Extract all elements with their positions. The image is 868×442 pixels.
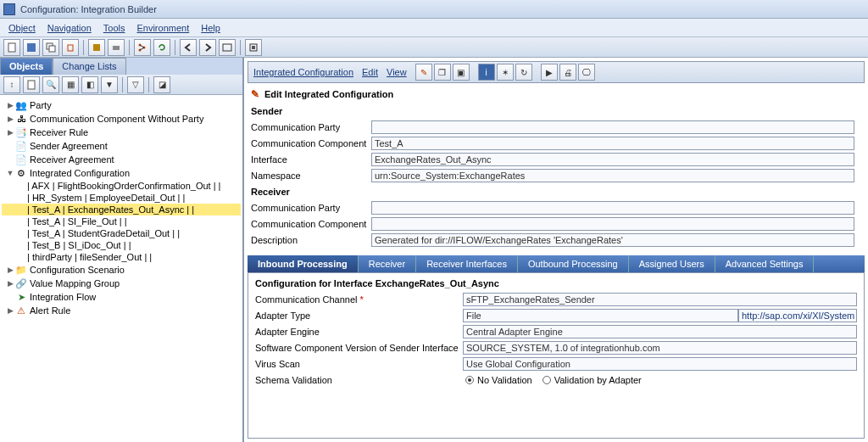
svg-rect-10 <box>223 44 231 51</box>
tree-receiver-rule[interactable]: ▶📑Receiver Rule <box>2 126 241 139</box>
channel-label: Communication Channel <box>255 294 357 305</box>
print2-button[interactable]: 🖨 <box>559 64 576 81</box>
rmenu-integrated-config[interactable]: Integrated Configuration <box>253 67 353 77</box>
title-bar: Configuration: Integration Builder <box>0 0 868 19</box>
tab-change-lists[interactable]: Change Lists <box>53 58 125 75</box>
tree-item[interactable]: | Test_A | StudentGradeDetail_Out | | <box>2 227 241 239</box>
tree-item[interactable]: | Test_A | SI_File_Out | | <box>2 215 241 227</box>
menu-environment[interactable]: Environment <box>136 23 189 33</box>
menu-help[interactable]: Help <box>201 23 220 33</box>
namespace-field[interactable]: urn:Source_System:ExchangeRates <box>371 169 854 182</box>
tree-alert-rule[interactable]: ▶⚠Alert Rule <box>2 304 241 317</box>
object-tree[interactable]: ▶👥Party ▶🖧Communication Component Withou… <box>0 95 242 442</box>
window-button[interactable] <box>219 39 236 56</box>
tree-item[interactable]: | thirdParty | fileSender_Out | | <box>2 251 241 263</box>
svg-rect-1 <box>27 43 36 52</box>
desc-field[interactable]: Generated for dir://IFLOW/ExchangeRates … <box>371 233 854 247</box>
tab-outbound[interactable]: Outbound Processing <box>518 255 629 272</box>
comm-comp-field[interactable]: Test_A <box>371 137 854 150</box>
tree-integration-flow[interactable]: ➤Integration Flow <box>2 290 241 304</box>
tab-inbound[interactable]: Inbound Processing <box>248 255 359 272</box>
back-button[interactable] <box>180 39 197 56</box>
tab-advanced[interactable]: Advanced Settings <box>715 255 815 272</box>
tree-item[interactable]: | HR_System | EmployeeDetail_Out | | <box>2 192 241 204</box>
save-button[interactable] <box>23 39 40 56</box>
comm-party-field[interactable] <box>371 120 854 134</box>
forward-button[interactable] <box>199 39 216 56</box>
tab-receiver-if[interactable]: Receiver Interfaces <box>416 255 518 272</box>
channel-field[interactable]: sFTP_ExchangeRates_Sender <box>463 293 857 306</box>
svg-rect-6 <box>113 46 120 50</box>
desc-label: Description <box>251 235 371 245</box>
copy2-button[interactable]: ❐ <box>434 64 451 81</box>
ph1-button[interactable]: ▦ <box>62 76 79 93</box>
tree-sender-agreement[interactable]: 📄Sender Agreement <box>2 139 241 153</box>
collapse-button[interactable]: ↕ <box>3 76 20 93</box>
menu-tools[interactable]: Tools <box>103 23 125 33</box>
r-comm-comp-field[interactable] <box>371 217 854 231</box>
new-button[interactable] <box>3 39 20 56</box>
window-title: Configuration: Integration Builder <box>20 4 157 14</box>
tree-config-scenario[interactable]: ▶📁Configuration Scenario <box>2 263 241 277</box>
tab-objects[interactable]: Objects <box>0 58 53 75</box>
menu-bar: Object Navigation Tools Environment Help <box>0 19 868 37</box>
tree-receiver-agreement[interactable]: 📄Receiver Agreement <box>2 153 241 166</box>
settings-button[interactable] <box>245 39 262 56</box>
radio-validation-adapter[interactable]: Validation by Adapter <box>542 375 642 385</box>
editor-title: Edit Integrated Configuration <box>264 89 393 99</box>
header-form: Sender Communication Party Communication… <box>244 102 868 250</box>
refresh-button[interactable] <box>153 39 170 56</box>
filter-button[interactable]: ▽ <box>127 76 144 93</box>
paste-button[interactable] <box>88 39 105 56</box>
virus-label: Virus Scan <box>255 359 463 369</box>
r-comm-party-field[interactable] <box>371 201 854 215</box>
left-tabs: Objects Change Lists <box>0 58 242 75</box>
tree-item[interactable]: | AFX | FlightBookingOrderConfirmation_O… <box>2 180 241 192</box>
tree-button[interactable] <box>134 39 151 56</box>
inner-tabs: Inbound Processing Receiver Receiver Int… <box>248 255 865 272</box>
adapter-engine-label: Adapter Engine <box>255 327 463 337</box>
copy-button[interactable] <box>42 39 59 56</box>
left-panel: Objects Change Lists ↕ 🔍 ▦ ◧ ▼ ▽ ◪ ▶👥Par… <box>0 58 244 442</box>
right-panel: Integrated Configuration Edit View ✎ ❐ ▣… <box>244 58 868 442</box>
tree-item[interactable]: | Test_B | SI_iDoc_Out | | <box>2 239 241 251</box>
find-button[interactable]: 🔍 <box>42 76 59 93</box>
tree2-button[interactable]: ✶ <box>497 64 514 81</box>
tree-comm-comp[interactable]: ▶🖧Communication Component Without Party <box>2 112 241 126</box>
menu-object[interactable]: Object <box>8 23 36 33</box>
tree-party[interactable]: ▶👥Party <box>2 98 241 112</box>
display-button[interactable]: 🖵 <box>578 64 595 81</box>
interface-field[interactable]: ExchangeRates_Out_Async <box>371 153 854 166</box>
rmenu-edit[interactable]: Edit <box>362 67 378 77</box>
rmenu-view[interactable]: View <box>387 67 407 77</box>
svg-rect-5 <box>93 44 100 51</box>
pencil-button[interactable]: ✎ <box>415 64 432 81</box>
adapter-type-field: File <box>463 309 738 322</box>
comm-comp-label: Communication Component <box>251 138 371 148</box>
tag-button[interactable]: ◪ <box>153 76 170 93</box>
comm-party-label: Communication Party <box>251 122 371 132</box>
radio-no-validation[interactable]: No Validation <box>465 375 532 385</box>
refresh2-button[interactable]: ↻ <box>515 64 532 81</box>
receiver-header: Receiver <box>251 184 861 199</box>
tree-integrated-config[interactable]: ▼⚙Integrated Configuration <box>2 166 241 180</box>
svg-rect-3 <box>49 46 55 52</box>
print-button[interactable] <box>108 39 125 56</box>
ph3-button[interactable]: ▼ <box>101 76 118 93</box>
virus-field[interactable]: Use Global Configuration <box>463 357 857 371</box>
swcv-field[interactable]: SOURCE_SYSTEM, 1.0 of integrationhub.com <box>463 341 857 355</box>
paste2-button[interactable]: ▣ <box>453 64 470 81</box>
menu-navigation[interactable]: Navigation <box>47 23 92 33</box>
new-obj-button[interactable] <box>23 76 40 93</box>
tab-assigned[interactable]: Assigned Users <box>629 255 715 272</box>
main-toolbar <box>0 37 868 58</box>
editor-title-row: ✎ Edit Integrated Configuration <box>244 87 868 102</box>
ph2-button[interactable]: ◧ <box>81 76 98 93</box>
tree-item-selected[interactable]: | Test_A | ExchangeRates_Out_Async | | <box>2 204 241 215</box>
tree-value-mapping[interactable]: ▶🔗Value Mapping Group <box>2 277 241 290</box>
delete-button[interactable] <box>62 39 79 56</box>
run-button[interactable]: ▶ <box>541 64 558 81</box>
svg-rect-12 <box>252 46 255 49</box>
tab-receiver[interactable]: Receiver <box>359 255 416 272</box>
info-button[interactable]: i <box>478 64 495 81</box>
